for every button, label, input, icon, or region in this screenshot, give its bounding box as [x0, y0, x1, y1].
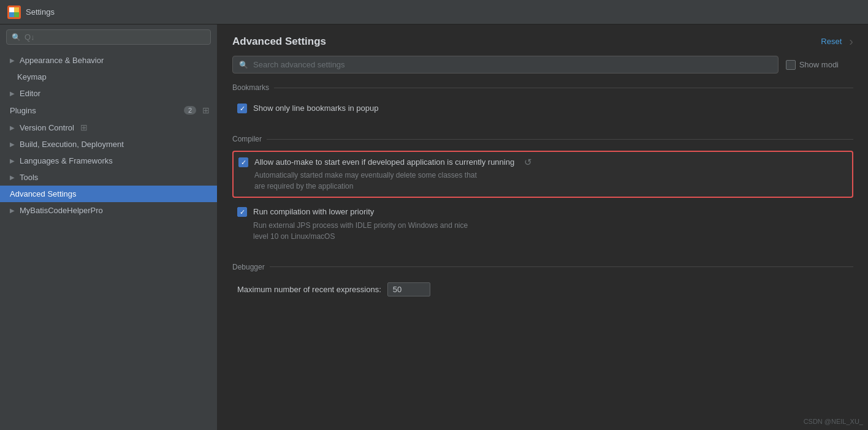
sidebar-item-label: MyBatisCodeHelperPro	[20, 206, 103, 215]
sidebar-item-mybatis[interactable]: ▶ MyBatisCodeHelperPro	[0, 202, 217, 219]
plugins-badge: 2	[184, 106, 196, 115]
bookmarks-header: Bookmarks	[232, 83, 853, 92]
header-right: Reset ›	[821, 34, 853, 48]
show-bookmarks-row: Show only line bookmarks in popup	[232, 99, 853, 118]
content-area: Advanced Settings Reset › 🔍 Show modi Bo…	[218, 25, 868, 430]
sidebar-search-input[interactable]	[25, 32, 205, 42]
compiler-section: Compiler Allow auto-make to start even i…	[232, 135, 853, 245]
svg-rect-2	[14, 7, 19, 12]
content-search-input[interactable]	[253, 60, 772, 69]
sidebar-item-version-control[interactable]: ▶ Version Control ⊞	[0, 119, 217, 136]
auto-make-desc: Automatically started make may eventuall…	[254, 170, 847, 192]
scrollbar-indicator: ›	[849, 34, 853, 48]
auto-make-row: Allow auto-make to start even if develop…	[232, 151, 853, 198]
sidebar-item-keymap[interactable]: Keymap	[0, 69, 217, 85]
sidebar: 🔍 ▶ Appearance & Behavior Keymap ▶ Edito…	[0, 25, 218, 430]
show-modified-label: Show modi	[799, 60, 839, 69]
show-bookmarks-wrap: Show only line bookmarks in popup	[237, 103, 848, 114]
plugins-settings-icon[interactable]: ⊞	[202, 105, 210, 115]
svg-rect-1	[9, 7, 14, 12]
show-modified-checkbox[interactable]	[786, 60, 796, 70]
chevron-icon: ▶	[10, 157, 15, 164]
sidebar-item-label: Keymap	[17, 72, 47, 81]
compiler-header: Compiler	[232, 135, 853, 143]
main-layout: 🔍 ▶ Appearance & Behavior Keymap ▶ Edito…	[0, 25, 868, 430]
content-search-icon: 🔍	[239, 61, 248, 69]
chevron-icon: ▶	[10, 141, 15, 148]
auto-make-reset-icon[interactable]: ↺	[524, 157, 532, 168]
sidebar-item-label: Advanced Settings	[10, 189, 76, 198]
settings-content: Bookmarks Show only line bookmarks in po…	[218, 83, 868, 430]
lower-priority-checkbox[interactable]	[237, 207, 247, 217]
max-expressions-label: Maximum number of recent expressions:	[237, 285, 381, 294]
sidebar-nav: ▶ Appearance & Behavior Keymap ▶ Editor …	[0, 50, 217, 430]
debugger-section: Debugger Maximum number of recent expres…	[232, 263, 853, 300]
content-search-box[interactable]: 🔍	[232, 56, 779, 74]
debugger-header: Debugger	[232, 263, 853, 271]
sidebar-search-icon: 🔍	[12, 33, 21, 42]
chevron-icon: ▶	[10, 174, 15, 181]
show-modified-area: Show modi	[786, 60, 839, 70]
sidebar-item-label: Languages & Frameworks	[20, 156, 113, 165]
svg-rect-3	[9, 12, 14, 17]
titlebar: Settings	[0, 0, 868, 25]
titlebar-title: Settings	[26, 7, 55, 17]
bookmarks-section: Bookmarks Show only line bookmarks in po…	[232, 83, 853, 118]
chevron-icon: ▶	[10, 124, 15, 131]
sidebar-item-plugins[interactable]: Plugins 2 ⊞	[0, 102, 217, 119]
sidebar-item-label: Plugins	[10, 106, 36, 115]
reset-button[interactable]: Reset	[821, 37, 842, 46]
lower-priority-desc: Run external JPS process with IDLE prior…	[253, 220, 848, 242]
sidebar-item-label: Version Control	[20, 123, 74, 132]
sidebar-item-label: Tools	[20, 173, 38, 182]
lower-priority-label: Run compilation with lower priority	[253, 206, 374, 217]
max-expressions-row: Maximum number of recent expressions:	[232, 279, 853, 300]
lower-priority-wrap: Run compilation with lower priority	[237, 206, 848, 217]
version-control-icon[interactable]: ⊞	[80, 123, 88, 132]
auto-make-label: Allow auto-make to start even if develop…	[254, 157, 514, 168]
sidebar-item-languages[interactable]: ▶ Languages & Frameworks	[0, 153, 217, 169]
app-logo	[7, 6, 21, 19]
sidebar-item-label: Build, Execution, Deployment	[20, 140, 124, 149]
chevron-icon: ▶	[10, 207, 15, 214]
sidebar-item-label: Editor	[20, 89, 40, 98]
sidebar-item-label: Appearance & Behavior	[20, 56, 104, 65]
auto-make-checkbox[interactable]	[238, 157, 248, 167]
sidebar-search-box[interactable]: 🔍	[6, 29, 211, 45]
chevron-icon: ▶	[10, 90, 15, 97]
sidebar-item-tools[interactable]: ▶ Tools	[0, 169, 217, 186]
sidebar-item-advanced[interactable]: Advanced Settings	[0, 186, 217, 202]
sidebar-item-build[interactable]: ▶ Build, Execution, Deployment	[0, 136, 217, 153]
lower-priority-row: Run compilation with lower priority Run …	[232, 203, 853, 245]
page-title: Advanced Settings	[232, 36, 326, 48]
sidebar-item-appearance[interactable]: ▶ Appearance & Behavior	[0, 52, 217, 69]
content-header: Advanced Settings Reset ›	[218, 25, 868, 56]
max-expressions-input[interactable]	[387, 282, 430, 296]
sidebar-item-editor[interactable]: ▶ Editor	[0, 85, 217, 102]
svg-rect-4	[14, 12, 19, 17]
chevron-icon: ▶	[10, 57, 15, 64]
auto-make-wrap: Allow auto-make to start even if develop…	[238, 157, 847, 168]
show-bookmarks-label: Show only line bookmarks in popup	[253, 103, 379, 114]
search-row: 🔍 Show modi	[232, 56, 853, 74]
show-bookmarks-checkbox[interactable]	[237, 104, 247, 113]
